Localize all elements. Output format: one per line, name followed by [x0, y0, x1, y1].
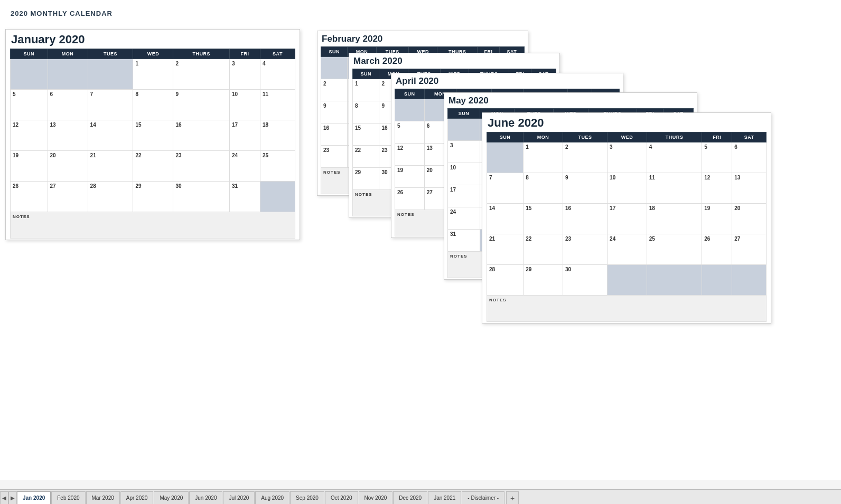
table-row: 14	[487, 204, 524, 234]
tab-may[interactable]: May 2020	[154, 491, 189, 504]
tab-oct[interactable]: Oct 2020	[325, 491, 358, 504]
tab-jul[interactable]: Jul 2020	[223, 491, 255, 504]
table-row: 18	[647, 204, 702, 234]
table-row: 1	[133, 59, 173, 90]
table-row: 8	[353, 101, 379, 123]
table-row: 2	[173, 59, 229, 90]
table-row	[608, 265, 647, 296]
apr-title: April 2020	[395, 76, 620, 87]
table-row: 8	[524, 173, 563, 204]
table-row: 7	[487, 173, 524, 204]
table-row	[448, 119, 480, 141]
jan-title: January 2020	[10, 33, 295, 46]
table-row: 14	[88, 120, 133, 151]
table-row: 23	[173, 151, 229, 182]
table-row: 16	[563, 204, 607, 234]
table-row: 5	[395, 121, 425, 144]
tab-nav-left[interactable]: ◀	[0, 491, 8, 504]
table-row: 5	[11, 90, 48, 120]
jan-header-tue: TUES	[88, 49, 133, 59]
jan-grid: SUN MON TUES WED THURS FRI SAT 123456789…	[10, 49, 295, 239]
table-row: 17	[448, 185, 480, 207]
table-row: 6	[48, 90, 88, 120]
jan-header-thu: THURS	[173, 49, 229, 59]
table-row: 7	[88, 90, 133, 120]
table-row: 26	[702, 234, 732, 265]
table-row: 1	[524, 142, 563, 173]
jan-header-sat: SAT	[260, 49, 295, 59]
table-row: 11	[647, 173, 702, 204]
table-row: 23	[321, 146, 348, 168]
table-row: 22	[353, 146, 379, 168]
table-row: 27	[48, 182, 88, 212]
table-row: 16	[321, 123, 348, 146]
table-row: 19	[395, 166, 425, 188]
table-row: 1	[353, 79, 379, 101]
jun-title: June 2020	[487, 116, 767, 130]
table-row: 26	[11, 182, 48, 212]
table-row: 22	[524, 234, 563, 265]
tab-jan2021[interactable]: Jan 2021	[428, 491, 461, 504]
table-row: 21	[88, 151, 133, 182]
table-row: 19	[11, 151, 48, 182]
calendar-june: June 2020 SUN MON TUES WED THURS FRI SAT…	[482, 112, 771, 324]
jan-header-mon: MON	[48, 49, 88, 59]
table-row: 24	[229, 151, 260, 182]
table-row: 13	[732, 173, 767, 204]
table-row: 21	[487, 234, 524, 265]
table-row: 19	[702, 204, 732, 234]
table-row: 9	[563, 173, 607, 204]
table-row: 15	[524, 204, 563, 234]
table-row: 3	[608, 142, 647, 173]
table-row: 17	[229, 120, 260, 151]
table-row: 13	[48, 120, 88, 151]
table-row: 3	[229, 59, 260, 90]
table-row	[702, 265, 732, 296]
table-row	[395, 99, 425, 121]
tab-add-button[interactable]: +	[506, 491, 519, 504]
table-row: 10	[608, 173, 647, 204]
table-row: 12	[395, 144, 425, 166]
tab-nav-right[interactable]: ▶	[8, 491, 17, 504]
tab-aug[interactable]: Aug 2020	[255, 491, 289, 504]
tab-nov[interactable]: Nov 2020	[359, 491, 393, 504]
table-row	[732, 265, 767, 296]
table-row	[11, 59, 48, 90]
jan-header-fri: FRI	[229, 49, 260, 59]
calendar-january: January 2020 SUN MON TUES WED THURS FRI …	[5, 29, 300, 240]
main-area: 2020 MONTHLY CALENDAR January 2020 SUN M…	[0, 0, 841, 480]
table-row: 28	[88, 182, 133, 212]
table-row: 30	[563, 265, 607, 296]
table-row: 2	[321, 79, 348, 101]
table-row	[487, 142, 524, 173]
table-row: 30	[173, 182, 229, 212]
feb-title: February 2020	[321, 34, 525, 44]
notes-row: NOTES	[487, 296, 767, 322]
mar-title: March 2020	[352, 56, 556, 66]
tab-disclaimer[interactable]: - Disclaimer -	[462, 491, 504, 504]
tab-jan[interactable]: Jan 2020	[17, 491, 51, 504]
table-row: 15	[133, 120, 173, 151]
jan-header-wed: WED	[133, 49, 173, 59]
tab-mar[interactable]: Mar 2020	[86, 491, 120, 504]
table-row: 22	[133, 151, 173, 182]
table-row: 11	[260, 90, 295, 120]
table-row: 28	[487, 265, 524, 296]
table-row: 25	[647, 234, 702, 265]
page-title: 2020 MONTHLY CALENDAR	[11, 9, 830, 17]
tab-apr[interactable]: Apr 2020	[120, 491, 154, 504]
table-row: 29	[133, 182, 173, 212]
table-row: 4	[260, 59, 295, 90]
tab-feb[interactable]: Feb 2020	[51, 491, 85, 504]
tab-sep[interactable]: Sep 2020	[290, 491, 324, 504]
table-row	[647, 265, 702, 296]
table-row	[321, 57, 348, 79]
table-row: 2	[563, 142, 607, 173]
table-row: 20	[732, 204, 767, 234]
tab-dec[interactable]: Dec 2020	[393, 491, 427, 504]
jan-header-sun: SUN	[11, 49, 48, 59]
table-row: 24	[608, 234, 647, 265]
table-row: 10	[448, 163, 480, 185]
tab-jun[interactable]: Jun 2020	[189, 491, 222, 504]
table-row: 27	[732, 234, 767, 265]
